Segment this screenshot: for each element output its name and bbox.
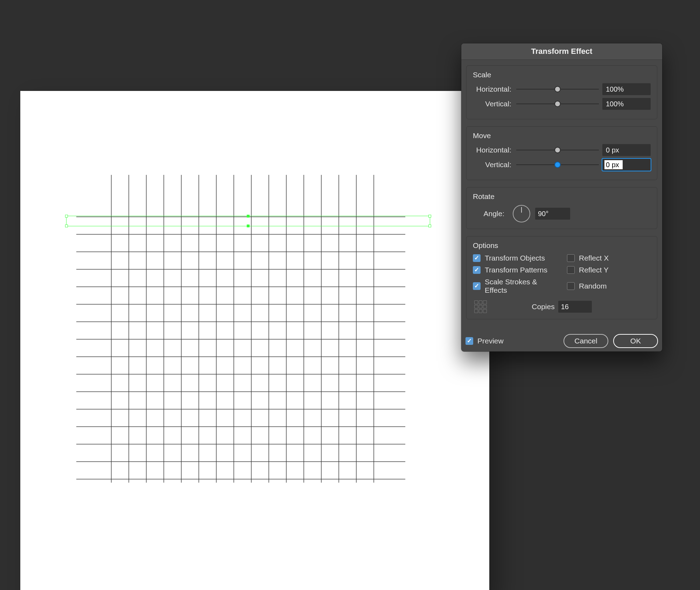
transform-effect-dialog: Transform Effect Scale Horizontal: Verti… — [461, 43, 662, 351]
scale-section: Scale Horizontal: Vertical: — [466, 65, 657, 119]
move-h-label: Horizontal: — [473, 146, 515, 154]
grid — [20, 91, 489, 590]
move-v-field[interactable] — [602, 159, 651, 171]
copies-label: Copies — [532, 303, 554, 311]
scale-v-slider[interactable] — [516, 102, 599, 105]
scale-h-label: Horizontal: — [473, 85, 515, 93]
opt-transform-patterns[interactable]: Transform Patterns — [473, 266, 556, 274]
opt-transform-objects[interactable]: Transform Objects — [473, 254, 556, 262]
artboard — [20, 91, 489, 590]
angle-field[interactable] — [535, 208, 570, 220]
scale-h-field[interactable] — [602, 83, 651, 95]
move-v-slider[interactable] — [516, 163, 599, 166]
scale-v-field[interactable] — [602, 98, 651, 110]
rotate-section: Rotate Angle: — [466, 187, 657, 229]
ok-button[interactable]: OK — [613, 334, 658, 348]
anchor-point-widget[interactable] — [474, 300, 487, 313]
preview-checkbox[interactable]: Preview — [465, 337, 504, 345]
cancel-button[interactable]: Cancel — [564, 334, 608, 348]
scale-h-slider[interactable] — [516, 88, 599, 91]
dialog-title: Transform Effect — [461, 43, 662, 60]
opt-reflect-x[interactable]: Reflect X — [567, 254, 651, 262]
move-section: Move Horizontal: Vertical: 0 px — [466, 126, 657, 180]
angle-dial[interactable] — [513, 205, 530, 222]
copies-field[interactable] — [558, 301, 592, 313]
scale-v-label: Vertical: — [473, 100, 515, 108]
options-section: Options Transform Objects Reflect X Tran… — [466, 236, 657, 319]
angle-label: Angle: — [473, 209, 508, 218]
opt-reflect-y[interactable]: Reflect Y — [567, 266, 651, 274]
move-v-label: Vertical: — [473, 161, 515, 169]
move-h-field[interactable] — [602, 144, 651, 156]
move-h-slider[interactable] — [516, 149, 599, 151]
opt-scale-strokes[interactable]: Scale Strokes & Effects — [473, 278, 556, 294]
opt-random[interactable]: Random — [567, 278, 651, 294]
